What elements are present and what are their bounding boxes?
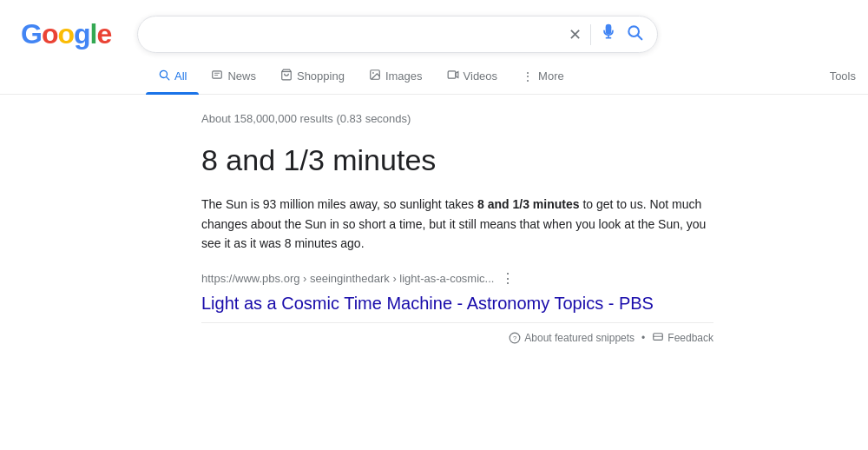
snippet-body: The Sun is 93 million miles away, so sun…	[201, 195, 713, 253]
search-input[interactable]: how long does it take for light from the…	[152, 27, 560, 43]
results-area: About 158,000,000 results (0.83 seconds)…	[0, 95, 868, 344]
search-bar: how long does it take for light from the…	[137, 16, 658, 53]
snippet-link[interactable]: Light as a Cosmic Time Machine - Astrono…	[201, 294, 722, 314]
feedback-icon	[652, 332, 664, 344]
nav-item-news[interactable]: News	[199, 58, 268, 94]
search-icons: ✕	[569, 23, 643, 45]
google-logo[interactable]: Google	[21, 18, 111, 50]
snippet-source: https://www.pbs.org › seeinginthedark › …	[201, 270, 722, 287]
logo-letter-e: e	[96, 18, 111, 50]
nav-item-shopping[interactable]: Shopping	[268, 58, 357, 94]
logo-letter-g2: g	[74, 18, 90, 50]
snippet-bold-phrase: 8 and 1/3 minutes	[477, 197, 579, 211]
search-divider	[590, 24, 591, 45]
snippet-source-url: https://www.pbs.org › seeinginthedark › …	[201, 272, 494, 285]
more-nav-icon: ⋮	[522, 69, 534, 83]
nav-item-all[interactable]: All	[146, 58, 199, 94]
mic-svg	[600, 23, 617, 41]
feedback-button[interactable]: Feedback	[652, 332, 713, 344]
svg-line-3	[167, 77, 169, 80]
nav-label-shopping: Shopping	[297, 69, 345, 83]
nav-label-more: More	[538, 69, 564, 83]
nav-label-news: News	[227, 69, 256, 83]
svg-text:?: ?	[513, 334, 516, 342]
search-nav-icon	[158, 69, 170, 83]
header: Google how long does it take for light f…	[0, 0, 868, 53]
snippet-body-prefix: The Sun is 93 million miles away, so sun…	[201, 197, 474, 211]
shopping-nav-icon	[280, 69, 293, 83]
images-nav-icon	[369, 69, 381, 83]
news-nav-icon	[211, 69, 223, 83]
nav-item-videos[interactable]: Videos	[435, 58, 510, 94]
logo-letter-g: G	[21, 18, 42, 50]
nav-label-images: Images	[385, 69, 423, 83]
tools-label: Tools	[830, 69, 856, 83]
nav-item-images[interactable]: Images	[357, 58, 435, 94]
microphone-icon[interactable]	[600, 23, 617, 45]
nav-label-videos: Videos	[464, 69, 498, 83]
svg-point-9	[372, 72, 374, 74]
svg-rect-4	[213, 71, 222, 78]
search-svg	[626, 23, 643, 41]
logo-letter-o2: o	[57, 18, 74, 50]
snippet-footer: ? About featured snippets • Feedback	[201, 322, 713, 344]
snippet-more-icon[interactable]: ⋮	[501, 270, 515, 287]
tools-button[interactable]: Tools	[818, 59, 868, 93]
featured-snippet: 8 and 1/3 minutes The Sun is 93 million …	[201, 141, 722, 344]
about-snippets-button[interactable]: ? About featured snippets	[509, 332, 635, 344]
about-snippets-label: About featured snippets	[524, 332, 635, 344]
feedback-label: Feedback	[667, 332, 713, 344]
clear-icon[interactable]: ✕	[569, 27, 582, 43]
question-icon: ?	[509, 332, 521, 344]
results-count: About 158,000,000 results (0.83 seconds)	[201, 112, 868, 125]
footer-separator: •	[641, 332, 645, 344]
svg-line-1	[638, 36, 642, 40]
logo-letter-o1: o	[42, 18, 58, 50]
search-submit-icon[interactable]	[626, 23, 643, 45]
nav-bar: All News Shopping	[0, 58, 868, 95]
svg-rect-10	[448, 71, 456, 78]
videos-nav-icon	[447, 69, 459, 83]
logo-letter-l: l	[90, 18, 97, 50]
nav-item-more[interactable]: ⋮ More	[510, 59, 576, 94]
nav-label-all: All	[174, 69, 187, 83]
snippet-answer: 8 and 1/3 minutes	[201, 141, 722, 179]
